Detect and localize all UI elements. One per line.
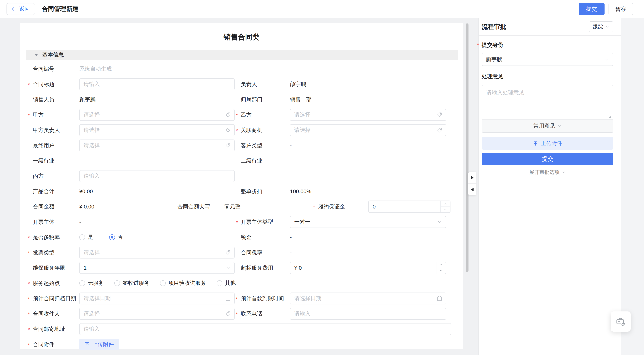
party-a-contact-select[interactable]: 请选择 [79, 124, 234, 136]
radio-icon [216, 280, 222, 286]
back-label: 返回 [19, 5, 30, 13]
industry-l2-value: - [290, 158, 292, 164]
excess-fee-label: 超标服务费用 [241, 265, 273, 271]
tag-icon [225, 143, 231, 148]
form-row: 销售人员 颜宇鹏 归属部门 销售一部 [20, 92, 463, 107]
multi-tax-radio-no[interactable]: 否 [109, 234, 123, 241]
sales-person-label: 销售人员 [33, 96, 54, 103]
service-start-radio-none[interactable]: 无服务 [79, 279, 104, 287]
upload-arrow-icon [84, 342, 90, 347]
product-total-value: ¥0.00 [79, 188, 93, 194]
chevron-down-icon [226, 265, 231, 270]
contract-title-input[interactable]: 请输入 [79, 78, 234, 90]
collapse-panel-arrow[interactable] [468, 184, 476, 195]
party-c-input[interactable]: 请输入 [79, 170, 234, 182]
first-payment-picker[interactable]: 请选择日期 [290, 293, 446, 305]
sidebar-submit-button[interactable]: 提交 [482, 153, 613, 165]
end-user-select[interactable]: 请选择 [79, 139, 234, 151]
triangle-left-icon [471, 188, 474, 191]
form-row: *服务起始点 无服务 签收进服务 项目验收进服务 其他 [20, 275, 463, 291]
card-link-icon [616, 316, 626, 327]
tag-icon [225, 127, 231, 133]
recipient-select[interactable]: 请选择 [79, 308, 234, 320]
expand-panel-arrow[interactable] [468, 172, 476, 184]
multi-tax-radio-yes[interactable]: 是 [79, 234, 93, 241]
form-row: 一级行业 - 二级行业 - [20, 153, 463, 168]
form-row: *合同收件人 请选择 *联系电话 请输入 [20, 306, 463, 321]
attachment-upload-button[interactable]: 上传附件 [79, 339, 119, 350]
expand-approval-options[interactable]: 展开审批选项 [482, 169, 613, 176]
department-value: 销售一部 [290, 96, 312, 103]
invoice-entity-value: - [79, 219, 81, 225]
service-start-radio-acceptance[interactable]: 项目验收进服务 [160, 279, 206, 287]
contract-tax-rate-value: - [290, 250, 292, 256]
panel-collapse-handle[interactable] [468, 172, 476, 195]
form-row: 最终用户 请选择 客户类型 - [20, 138, 463, 153]
submit-button-top[interactable]: 提交 [578, 3, 604, 15]
end-user-label: 最终用户 [33, 142, 54, 149]
main-area: 销售合同类 基本信息 合同编号 系统自动生成 *合同标题 请输入 负责人 颜宇鹏… [0, 18, 478, 355]
amount-caps-label: 合同金额大写 [178, 203, 210, 210]
maintenance-years-select[interactable]: 1 [79, 262, 234, 274]
product-total-label: 产品合计 [33, 188, 54, 195]
resize-handle-icon[interactable] [608, 114, 612, 118]
phone-label: *联系电话 [241, 311, 262, 317]
party-a-select[interactable]: 请选择 [79, 109, 234, 121]
form-row: *发票类型 请选择 合同税率 - [20, 245, 463, 260]
section-header-basic-info[interactable]: 基本信息 [26, 50, 458, 60]
radio-icon [160, 280, 166, 286]
opinion-textarea[interactable]: 请输入处理意见 [482, 85, 613, 119]
party-b-select[interactable]: 请选择 [290, 109, 446, 121]
track-button[interactable]: 跟踪 [589, 21, 613, 32]
phone-input[interactable]: 请输入 [290, 308, 446, 320]
service-start-label: *服务起始点 [33, 280, 60, 286]
discount-value: 100.00% [290, 188, 311, 194]
amount-caps-value: 零元整 [224, 203, 240, 209]
stepper-up-down-icon[interactable] [436, 262, 446, 274]
radio-icon [79, 280, 85, 286]
form-row: *合同附件 上传附件 [20, 337, 463, 352]
form-title: 销售合同类 [20, 23, 463, 42]
identity-select[interactable]: 颜宇鹏 [482, 53, 613, 66]
sidebar-upload-button[interactable]: 上传附件 [482, 137, 613, 150]
stepper-up-down-icon[interactable] [440, 201, 450, 212]
service-start-radio-other[interactable]: 其他 [216, 279, 236, 287]
back-button[interactable]: 返回 [6, 3, 35, 15]
vertical-scrollbar[interactable] [466, 23, 468, 272]
multi-tax-label: *是否多税率 [33, 234, 60, 241]
archive-date-picker[interactable]: 请选择日期 [79, 293, 234, 305]
industry-l2-label: 二级行业 [241, 158, 262, 164]
related-card-floating-button[interactable] [611, 312, 631, 332]
service-start-radio-sign[interactable]: 签收进服务 [114, 279, 150, 287]
common-opinions-button[interactable]: 常用意见 [482, 119, 613, 132]
opportunity-select[interactable]: 请选择 [290, 124, 446, 136]
industry-l1-label: 一级行业 [33, 158, 54, 164]
deposit-input[interactable]: 0 [368, 201, 450, 213]
invoice-entity-type-select[interactable]: 一对一 [290, 216, 446, 228]
contract-title-label: *合同标题 [33, 81, 54, 87]
owner-label: 负责人 [241, 81, 257, 87]
tag-icon [225, 112, 231, 118]
invoice-type-select[interactable]: 请选择 [79, 247, 234, 259]
opportunity-label: *关联商机 [241, 127, 262, 133]
discount-label: 整单折扣 [241, 188, 262, 195]
department-label: 归属部门 [241, 96, 262, 103]
form-row: 合同金额 ¥ 0.00 合同金额大写 零元整 *履约保证金 0 [20, 199, 463, 214]
top-bar: 返回 合同管理新建 提交 暂存 [0, 0, 644, 18]
customer-type-label: 客户类型 [241, 142, 262, 149]
first-payment-label: *预计首款到账时间 [241, 295, 284, 302]
mail-address-input[interactable]: 请输入 [79, 323, 451, 335]
chevron-down-icon [557, 124, 562, 128]
invoice-entity-label: 开票主体 [33, 219, 54, 225]
excess-fee-input[interactable]: ¥ 0 [290, 262, 446, 274]
invoice-entity-type-label: *开票主体类型 [241, 219, 273, 225]
opinion-box: 请输入处理意见 常用意见 [482, 85, 613, 133]
save-draft-button[interactable]: 暂存 [608, 3, 633, 15]
maintenance-years-label: 维保服务年限 [33, 265, 65, 271]
tag-icon [225, 250, 231, 255]
form-row: *甲方 请选择 *乙方 请选择 [20, 107, 463, 122]
chevron-down-icon [604, 57, 609, 62]
tax-value: - [290, 234, 292, 240]
party-b-label: *乙方 [241, 112, 252, 118]
opinion-label: 处理意见 [482, 73, 613, 80]
